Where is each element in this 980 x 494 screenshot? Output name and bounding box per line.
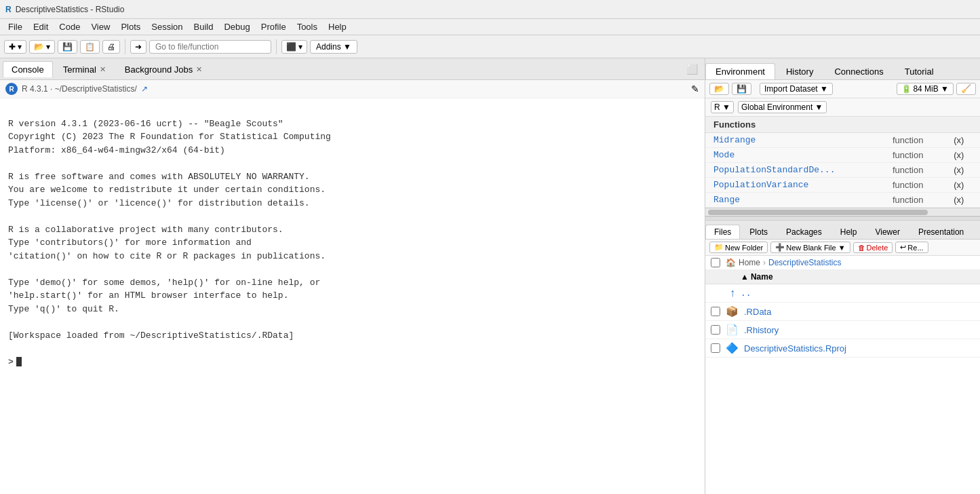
right-bottom-panel: Files Plots Packages Help Viewer Present… <box>705 221 980 494</box>
rproj-checkbox[interactable] <box>711 343 720 353</box>
name-col-header[interactable]: ▲ Name <box>741 272 773 282</box>
console-line-7: You are welcome to redistribute it under… <box>8 183 697 197</box>
save-workspace-button[interactable]: 💾 <box>732 83 751 95</box>
memory-button[interactable]: 🔋 84 MiB ▼ <box>897 83 954 95</box>
tab-presentation[interactable]: Presentation <box>909 225 973 239</box>
menu-plots[interactable]: Plots <box>115 20 146 33</box>
delete-label: Delete <box>867 244 888 252</box>
workspace-icon: ⬛ <box>286 42 296 52</box>
save-all-button[interactable]: 📋 <box>80 40 100 54</box>
memory-label: 84 MiB ▼ <box>913 84 949 94</box>
save-button[interactable]: 💾 <box>58 40 77 54</box>
tab-terminal[interactable]: Terminal ✕ <box>54 61 115 77</box>
menu-tools[interactable]: Tools <box>292 20 323 33</box>
tab-tutorial[interactable]: Tutorial <box>895 63 944 79</box>
parent-dir-label: .. <box>741 288 751 299</box>
workspace-dropdown-icon: ▾ <box>298 42 302 52</box>
menu-file[interactable]: File <box>3 20 28 33</box>
r-version-dropdown[interactable]: R ▼ <box>711 101 734 113</box>
tab-background-jobs[interactable]: Background Jobs ✕ <box>116 61 211 77</box>
rename-icon: ↩ <box>900 243 906 252</box>
menu-debug[interactable]: Debug <box>218 20 255 33</box>
console-line-9 <box>8 210 697 223</box>
load-workspace-button[interactable]: 📂 <box>709 83 729 95</box>
save-icon: 💾 <box>62 42 73 52</box>
load-icon: 📂 <box>714 84 724 94</box>
file-row-rdata[interactable]: 📦 .RData <box>705 303 980 321</box>
console-line-3: Copyright (C) 2023 The R Foundation for … <box>8 130 697 144</box>
tab-help[interactable]: Help <box>831 225 866 239</box>
console-settings-button[interactable]: ✎ <box>691 83 699 94</box>
tab-packages[interactable]: Packages <box>777 225 831 239</box>
workspace-button[interactable]: ⬛ ▾ <box>281 40 307 54</box>
file-row-rhistory[interactable]: 📄 .Rhistory <box>705 321 980 339</box>
function-row-popvar[interactable]: PopulationVariance function (x) <box>705 178 980 193</box>
new-blank-file-button[interactable]: ➕ New Blank File ▼ <box>770 242 850 253</box>
menu-profile[interactable]: Profile <box>256 20 292 33</box>
delete-icon: 🗑 <box>858 244 865 252</box>
tab-console[interactable]: Console <box>3 61 53 77</box>
tab-files[interactable]: Files <box>705 225 740 239</box>
rhistory-checkbox[interactable] <box>711 325 720 335</box>
rdata-filename[interactable]: .RData <box>744 307 771 317</box>
rdata-icon: 📦 <box>726 305 739 318</box>
import-dataset-button[interactable]: Import Dataset ▼ <box>760 83 833 95</box>
menu-session[interactable]: Session <box>146 20 188 33</box>
print-button[interactable]: 🖨 <box>102 40 120 54</box>
global-env-dropdown[interactable]: Global Environment ▼ <box>738 101 827 113</box>
file-row-rproj[interactable]: 🔷 DescriptiveStatistics.Rproj <box>705 339 980 358</box>
breadcrumb-home[interactable]: Home <box>739 258 760 267</box>
menu-view[interactable]: View <box>85 20 115 33</box>
parent-dir-row[interactable]: ↑ .. <box>705 284 980 303</box>
console-prompt-line[interactable]: > <box>8 356 697 369</box>
function-args-mode: (x) <box>945 148 980 163</box>
rhistory-icon: 📄 <box>726 324 739 336</box>
go-to-input[interactable] <box>149 40 271 54</box>
console-line-5 <box>8 157 697 170</box>
breadcrumb-current[interactable]: DescriptiveStatistics <box>768 258 841 267</box>
console-line-2: R version 4.3.1 (2023-06-16 ucrt) -- "Be… <box>8 117 697 131</box>
open-button[interactable]: 📂 ▾ <box>29 40 55 54</box>
rproj-filename[interactable]: DescriptiveStatistics.Rproj <box>744 343 846 354</box>
function-row-mode[interactable]: Mode function (x) <box>705 148 980 163</box>
console-tab-bar: Console Terminal ✕ Background Jobs ✕ ⬜ <box>0 58 705 80</box>
rename-button[interactable]: ↩ Re... <box>895 242 928 253</box>
toolbar-separator <box>125 39 125 54</box>
tab-viewer[interactable]: Viewer <box>866 225 908 239</box>
menu-code[interactable]: Code <box>54 20 85 33</box>
tab-history[interactable]: History <box>776 63 823 79</box>
menu-edit[interactable]: Edit <box>28 20 54 33</box>
env-scrollbar[interactable] <box>705 208 980 216</box>
addins-button[interactable]: Addins ▼ <box>310 40 357 54</box>
console-content[interactable]: R version 4.3.1 (2023-06-16 ucrt) -- "Be… <box>0 98 705 494</box>
tab-environment[interactable]: Environment <box>705 63 775 79</box>
function-row-popstddev[interactable]: PopulationStandardDe... function (x) <box>705 163 980 178</box>
clear-env-button[interactable]: 🧹 <box>956 83 976 95</box>
rdata-checkbox[interactable] <box>711 307 720 316</box>
files-list-header: ▲ Name <box>705 270 980 284</box>
go-to-button[interactable]: ➜ <box>130 40 146 54</box>
function-row-range[interactable]: Range function (x) <box>705 193 980 208</box>
breadcrumb-bar: 🏠 Home › DescriptiveStatistics <box>705 256 980 270</box>
console-line-10: R is a collaborative project with many c… <box>8 223 697 237</box>
new-blank-file-label: New Blank File ▼ <box>786 244 845 252</box>
menu-help[interactable]: Help <box>323 20 352 33</box>
menu-build[interactable]: Build <box>189 20 219 33</box>
maximize-console-button[interactable]: ⬜ <box>682 62 702 76</box>
new-folder-button[interactable]: 📁 New Folder <box>709 242 768 253</box>
tab-connections[interactable]: Connections <box>824 63 893 79</box>
tab-plots[interactable]: Plots <box>741 225 777 239</box>
new-dropdown-icon: ▾ <box>18 42 22 52</box>
function-row-midrange[interactable]: Midrange function (x) <box>705 133 980 148</box>
right-tab-bar: Environment History Connections Tutorial <box>705 58 980 80</box>
toolbar-separator-2 <box>276 39 277 54</box>
rhistory-filename[interactable]: .Rhistory <box>744 325 779 335</box>
select-all-checkbox[interactable] <box>711 258 720 267</box>
close-background-jobs-icon[interactable]: ✕ <box>196 65 202 74</box>
open-icon: 📂 <box>34 42 44 52</box>
delete-button[interactable]: 🗑 Delete <box>853 242 893 253</box>
close-terminal-icon[interactable]: ✕ <box>100 65 106 74</box>
environment-toolbar: 📂 💾 Import Dataset ▼ 🔋 84 MiB ▼ 🧹 <box>705 80 980 98</box>
env-scrollbar-thumb <box>708 210 928 215</box>
new-file-button[interactable]: ✚ ▾ <box>4 40 26 54</box>
